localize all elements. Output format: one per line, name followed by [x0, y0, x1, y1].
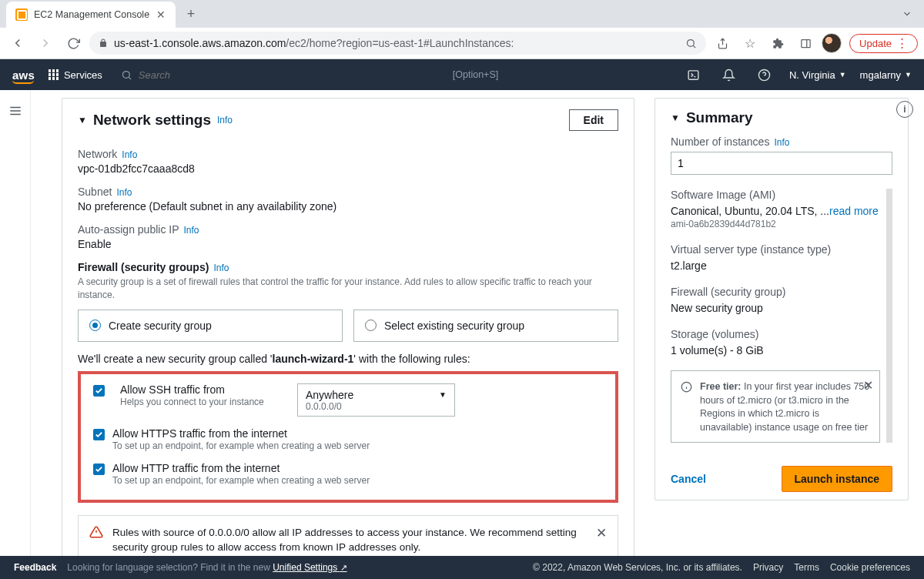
select-existing-security-group-radio[interactable]: Select existing security group [353, 310, 618, 342]
help-panel-toggle[interactable]: i [896, 101, 913, 118]
copyright-text: © 2022, Amazon Web Services, Inc. or its… [533, 562, 742, 573]
lock-icon [99, 38, 108, 48]
tab-favicon [15, 8, 28, 21]
svg-point-0 [688, 39, 695, 46]
feedback-link[interactable]: Feedback [14, 562, 56, 573]
services-grid-icon [49, 69, 59, 80]
launch-instance-button[interactable]: Launch instance [782, 466, 892, 492]
notifications-icon[interactable] [718, 64, 740, 85]
terms-link[interactable]: Terms [794, 562, 819, 573]
update-button[interactable]: Update⋮ [849, 34, 918, 53]
aws-search[interactable]: [Option+S] [121, 69, 498, 81]
region-selector[interactable]: N. Virginia▼ [789, 69, 846, 81]
search-shortcut-hint: [Option+S] [453, 69, 498, 80]
services-menu[interactable]: Services [49, 69, 102, 81]
allow-ssh-checkbox[interactable] [93, 385, 105, 397]
allow-https-checkbox[interactable] [93, 429, 105, 440]
cloudshell-icon[interactable] [683, 64, 705, 85]
help-icon[interactable] [754, 64, 775, 85]
side-panel-icon[interactable] [794, 32, 817, 55]
info-link[interactable]: Info [217, 115, 233, 126]
aws-logo[interactable]: aws [12, 69, 35, 82]
summary-panel: ▼ Summary Number of instances Info Softw… [654, 98, 909, 500]
info-link[interactable]: Info [116, 187, 132, 198]
extensions-icon[interactable] [766, 32, 789, 55]
close-icon[interactable]: ✕ [596, 525, 607, 541]
url-text: us-east-1.console.aws.amazon.com/ec2/hom… [114, 37, 679, 49]
firewall-description: A security group is a set of firewall ru… [78, 276, 618, 302]
forward-button [34, 32, 57, 55]
free-tier-notice: Free tier: In your first year includes 7… [671, 370, 880, 443]
search-in-page-icon[interactable] [685, 38, 697, 49]
edit-button[interactable]: Edit [569, 109, 618, 131]
cookie-preferences-link[interactable]: Cookie preferences [830, 562, 910, 573]
close-icon[interactable]: ✕ [863, 377, 873, 394]
browser-tab[interactable]: EC2 Management Console ✕ [6, 2, 176, 28]
privacy-link[interactable]: Privacy [753, 562, 783, 573]
tab-title: EC2 Management Console [34, 9, 149, 20]
info-link[interactable]: Info [213, 263, 229, 273]
summary-title: Summary [686, 109, 753, 126]
address-bar[interactable]: us-east-1.console.aws.amazon.com/ec2/hom… [89, 32, 706, 55]
public-ip-value: Enable [78, 238, 618, 250]
aws-search-input[interactable] [139, 69, 308, 81]
info-circle-icon [681, 381, 692, 434]
open-cidr-warning: Rules with source of 0.0.0.0/0 allow all… [78, 515, 618, 556]
svg-line-1 [693, 45, 695, 48]
unified-settings-link[interactable]: Unified Settings ↗ [273, 562, 346, 573]
chevron-down-icon: ▼ [439, 390, 447, 399]
aws-top-nav: aws Services [Option+S] N. Virginia▼ mga… [0, 59, 924, 90]
language-hint: Looking for language selection? Find it … [67, 562, 346, 573]
new-tab-button[interactable]: + [180, 3, 202, 25]
collapse-caret-icon[interactable]: ▼ [78, 115, 87, 126]
network-settings-panel: ▼ Network settings Info Edit Network Inf… [62, 98, 634, 556]
radio-icon [89, 320, 101, 331]
share-icon[interactable] [711, 32, 734, 55]
svg-point-5 [122, 71, 129, 78]
radio-icon [365, 320, 377, 331]
info-link[interactable]: Info [774, 137, 789, 148]
create-security-group-radio[interactable]: Create security group [78, 310, 343, 342]
left-rail [0, 90, 31, 556]
read-more-link[interactable]: read more [829, 205, 879, 217]
info-link[interactable]: Info [184, 225, 199, 236]
svg-line-6 [129, 77, 131, 79]
account-menu[interactable]: mgalarny▼ [860, 69, 912, 81]
warning-triangle-icon [89, 525, 103, 539]
bookmark-star-icon[interactable]: ☆ [738, 32, 762, 55]
aws-footer: Feedback Looking for language selection?… [0, 556, 924, 579]
browser-chrome: EC2 Management Console ✕ + [0, 0, 924, 59]
ssh-source-select[interactable]: Anywhere▼ 0.0.0.0/0 [297, 383, 455, 417]
instance-count-input[interactable] [671, 152, 892, 175]
profile-avatar[interactable] [822, 33, 842, 53]
network-vpc-value: vpc-01db2fcc7caaa8cd8 [78, 162, 618, 175]
cancel-link[interactable]: Cancel [671, 473, 706, 485]
info-link[interactable]: Info [122, 149, 137, 160]
hamburger-menu-icon[interactable] [5, 101, 25, 121]
traffic-rules-highlight: Allow SSH traffic from Helps you connect… [78, 371, 618, 503]
external-link-icon: ↗ [340, 563, 347, 572]
back-button[interactable] [6, 32, 29, 55]
ami-id: ami-0a6b2839d44d781b2 [671, 219, 880, 229]
tab-close-icon[interactable]: ✕ [156, 9, 166, 20]
chevron-down-icon[interactable] [896, 3, 918, 25]
collapse-caret-icon[interactable]: ▼ [671, 112, 680, 123]
reload-button[interactable] [62, 32, 85, 55]
security-group-intro: We'll create a new security group called… [78, 353, 618, 365]
panel-title: Network settings [93, 112, 211, 129]
search-icon [121, 69, 132, 81]
allow-http-checkbox[interactable] [93, 464, 105, 475]
svg-rect-3 [801, 39, 809, 47]
subnet-value: No preference (Default subnet in any ava… [78, 200, 618, 213]
